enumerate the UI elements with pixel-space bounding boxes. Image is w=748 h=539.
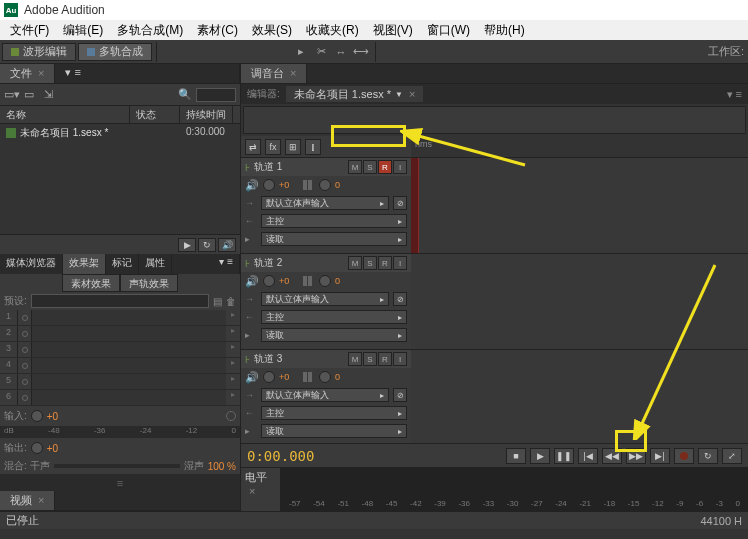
pan-knob[interactable] <box>319 371 331 383</box>
autoplay-button[interactable]: 🔊 <box>218 238 236 252</box>
input-select[interactable]: 默认立体声输入▸ <box>261 196 389 210</box>
tool-move[interactable]: ▸ <box>291 42 311 62</box>
forward-button[interactable]: ▶▶ <box>626 448 646 464</box>
skip-selection-button[interactable]: ⤢ <box>722 448 742 464</box>
snap-button[interactable]: ⇄ <box>245 139 261 155</box>
fx-slot[interactable]: 3▸ <box>0 342 240 358</box>
pan-value[interactable]: 0 <box>335 180 355 190</box>
tab-mixer[interactable]: 调音台× <box>241 64 307 83</box>
solo-button[interactable]: S <box>363 256 377 270</box>
output-select[interactable]: 主控▸ <box>261 406 407 420</box>
mute-button[interactable]: M <box>348 256 362 270</box>
tool-slip[interactable]: ↔ <box>331 42 351 62</box>
file-row[interactable]: 未命名项目 1.sesx * 0:30.000 <box>0 124 240 142</box>
mono-stereo-button[interactable]: ⊘ <box>393 196 407 210</box>
timeline-ruler[interactable]: hms <box>411 136 748 157</box>
play-file-button[interactable]: ▶ <box>178 238 196 252</box>
filter-input[interactable] <box>196 88 236 102</box>
track-name[interactable]: 轨道 3 <box>254 352 344 366</box>
volume-knob[interactable] <box>263 179 275 191</box>
search-icon[interactable]: 🔍 <box>178 88 192 101</box>
tab-markers[interactable]: 标记 <box>106 254 139 274</box>
volume-value[interactable]: +0 <box>279 372 299 382</box>
tab-effects-rack[interactable]: 效果架 <box>63 254 106 274</box>
fx-tab-menu[interactable]: ▾ ≡ <box>172 254 240 274</box>
automation-mode-select[interactable]: 读取▸ <box>261 232 407 246</box>
track-lane[interactable] <box>411 350 748 443</box>
tab-properties[interactable]: 属性 <box>139 254 172 274</box>
mono-stereo-button[interactable]: ⊘ <box>393 388 407 402</box>
volume-knob[interactable] <box>263 275 275 287</box>
track-name[interactable]: 轨道 1 <box>254 160 344 174</box>
close-icon[interactable]: × <box>249 485 255 497</box>
monitor-input-button[interactable]: I <box>393 256 407 270</box>
preset-select[interactable] <box>31 294 209 308</box>
eq-button[interactable]: ⫿ <box>305 139 321 155</box>
record-button[interactable] <box>674 448 694 464</box>
close-icon[interactable]: × <box>38 67 44 79</box>
col-status[interactable]: 状态 <box>130 106 180 123</box>
subtab-track-fx[interactable]: 声轨效果 <box>120 274 178 292</box>
track-handle-icon[interactable]: ⊦ <box>245 258 250 269</box>
editor-menu-icon[interactable]: ▾ ≡ <box>727 88 742 101</box>
import-icon[interactable]: ⇲ <box>44 88 58 102</box>
panel-tab-menu[interactable]: ▾ ≡ <box>55 64 240 83</box>
mute-button[interactable]: M <box>348 160 362 174</box>
track-lanes[interactable] <box>411 158 748 443</box>
pan-knob[interactable] <box>319 179 331 191</box>
menu-clip[interactable]: 素材(C) <box>191 22 244 39</box>
monitor-input-button[interactable]: I <box>393 352 407 366</box>
close-doc-icon[interactable]: × <box>409 88 415 100</box>
fx-slot[interactable]: 6▸ <box>0 390 240 406</box>
tab-levels[interactable]: 电平× <box>241 468 281 511</box>
track-lane[interactable] <box>411 158 748 254</box>
track-handle-icon[interactable]: ⊦ <box>245 354 250 365</box>
solo-button[interactable]: S <box>363 352 377 366</box>
track-name[interactable]: 轨道 2 <box>254 256 344 270</box>
volume-value[interactable]: +0 <box>279 180 299 190</box>
tab-files[interactable]: 文件× <box>0 64 55 83</box>
output-gain-value[interactable]: +0 <box>47 443 58 454</box>
fx-slot[interactable]: 2▸ <box>0 326 240 342</box>
pan-value[interactable]: 0 <box>335 276 355 286</box>
arm-record-button[interactable]: R <box>378 160 392 174</box>
monitor-input-button[interactable]: I <box>393 160 407 174</box>
close-icon[interactable]: × <box>290 67 296 79</box>
menu-edit[interactable]: 编辑(E) <box>57 22 109 39</box>
fx-power-icon[interactable] <box>226 411 236 421</box>
tab-multitrack[interactable]: 多轨合成 <box>78 43 152 61</box>
overview-bar[interactable] <box>243 106 746 134</box>
track-lane[interactable] <box>411 254 748 350</box>
pause-button[interactable]: ❚❚ <box>554 448 574 464</box>
input-select[interactable]: 默认立体声输入▸ <box>261 388 389 402</box>
menu-multitrack[interactable]: 多轨合成(M) <box>111 22 189 39</box>
automation-mode-select[interactable]: 读取▸ <box>261 328 407 342</box>
tab-video[interactable]: 视频× <box>0 491 55 510</box>
tab-media-browser[interactable]: 媒体浏览器 <box>0 254 63 274</box>
play-button[interactable]: ▶ <box>530 448 550 464</box>
mute-button[interactable]: M <box>348 352 362 366</box>
fx-slot[interactable]: 4▸ <box>0 358 240 374</box>
timecode[interactable]: 0:00.000 <box>247 448 314 464</box>
end-button[interactable]: ▶| <box>650 448 670 464</box>
fx-slot[interactable]: 5▸ <box>0 374 240 390</box>
stop-button[interactable]: ■ <box>506 448 526 464</box>
automation-mode-select[interactable]: 读取▸ <box>261 424 407 438</box>
output-select[interactable]: 主控▸ <box>261 214 407 228</box>
editor-doc[interactable]: 未命名项目 1.sesx * ▼ × <box>286 86 424 102</box>
output-gain-knob[interactable] <box>31 442 43 454</box>
pan-value[interactable]: 0 <box>335 372 355 382</box>
menu-help[interactable]: 帮助(H) <box>478 22 531 39</box>
open-file-icon[interactable]: ▭ <box>24 88 38 102</box>
input-gain-knob[interactable] <box>31 410 43 422</box>
menu-view[interactable]: 视图(V) <box>367 22 419 39</box>
track-handle-icon[interactable]: ⊦ <box>245 162 250 173</box>
mix-slider[interactable] <box>54 464 180 468</box>
rewind-button[interactable]: ◀◀ <box>602 448 622 464</box>
delete-preset-icon[interactable]: 🗑 <box>226 296 236 307</box>
new-file-icon[interactable]: ▭▾ <box>4 88 18 102</box>
loop-button[interactable]: ↻ <box>198 238 216 252</box>
tab-waveform[interactable]: 波形编辑 <box>2 43 76 61</box>
tool-razor[interactable]: ✂ <box>311 42 331 62</box>
menu-file[interactable]: 文件(F) <box>4 22 55 39</box>
